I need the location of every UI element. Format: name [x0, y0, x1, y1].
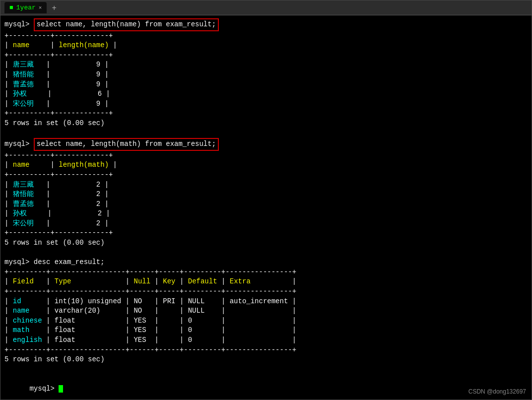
t3-border-bot: +---------+------------------+------+---… — [4, 345, 528, 355]
blank1 — [4, 129, 528, 138]
t1-row2: | 猪悟能 | 9 | — [4, 70, 528, 80]
t1-row1: | 唐三藏 | 9 | — [4, 60, 528, 70]
t3-row3: | chinese | float | YES | | 0 | | — [4, 316, 528, 326]
tab-close-button[interactable]: × — [39, 5, 42, 11]
final-prompt-line: mysql> — [4, 374, 528, 400]
prompt1: mysql> — [4, 20, 34, 30]
t1-border-mid: +----------+-------------+ — [4, 51, 528, 61]
t3-result: 5 rows in set (0.00 sec) — [4, 355, 528, 365]
t1-header: | name | length(name) | — [4, 41, 528, 51]
t2-header: | name | length(math) | — [4, 160, 528, 170]
titlebar: ■ 1year × + — [0, 0, 532, 15]
t1-row3: | 曹孟德 | 9 | — [4, 80, 528, 90]
blank3 — [4, 365, 528, 375]
t2-border-mid: +----------+-------------+ — [4, 170, 528, 180]
query1-line: mysql> select name, length(name) from ex… — [4, 18, 528, 31]
t1-result: 5 rows in set (0.00 sec) — [4, 119, 528, 129]
terminal-window: ■ 1year × + mysql> select name, length(n… — [0, 0, 532, 400]
new-tab-button[interactable]: + — [49, 2, 59, 13]
blank2 — [4, 248, 528, 258]
t3-row2: | name | varchar(20) | NO | | NULL | | — [4, 306, 528, 316]
t2-row1: | 唐三藏 | 2 | — [4, 180, 528, 190]
t3-border-mid: +---------+------------------+------+---… — [4, 287, 528, 297]
t1-border-bot: +----------+-------------+ — [4, 109, 528, 119]
t1-row5: | 宋公明 | 9 | — [4, 99, 528, 109]
t2-border-top: +----------+-------------+ — [4, 151, 528, 161]
watermark: CSDN @dong132697 — [468, 388, 526, 395]
t3-row4: | math | float | YES | | 0 | | — [4, 326, 528, 335]
tab-label: 1year — [16, 4, 36, 11]
t3-border-top: +---------+------------------+------+---… — [4, 267, 528, 277]
terminal-content[interactable]: mysql> select name, length(name) from ex… — [0, 15, 532, 400]
query2-box: select name, length(math) from exam_resu… — [34, 138, 219, 151]
t2-row2: | 猪悟能 | 2 | — [4, 190, 528, 200]
t2-row5: | 宋公明 | 2 | — [4, 219, 528, 229]
t3-header: | Field | Type | Null | Key | Default | … — [4, 277, 528, 287]
t2-row3: | 曹孟德 | 2 | — [4, 200, 528, 209]
query2-line: mysql> select name, length(math) from ex… — [4, 138, 528, 151]
cursor — [59, 385, 63, 393]
t3-row1: | id | int(10) unsigned | NO | PRI | NUL… — [4, 297, 528, 307]
active-tab[interactable]: ■ 1year × — [4, 2, 47, 13]
t2-row4: | 孙权 | 2 | — [4, 209, 528, 219]
t3-row5: | english | float | YES | | 0 | | — [4, 335, 528, 345]
t1-row4: | 孙权 | 6 | — [4, 89, 528, 99]
prompt2: mysql> — [4, 139, 34, 149]
final-prompt-text: mysql> — [29, 385, 59, 393]
query3-line: mysql> desc exam_result; — [4, 258, 528, 267]
t2-border-bot: +----------+-------------+ — [4, 228, 528, 238]
query1-box: select name, length(name) from exam_resu… — [34, 18, 219, 31]
t1-border-top: +----------+-------------+ — [4, 31, 528, 41]
t2-result: 5 rows in set (0.00 sec) — [4, 238, 528, 248]
